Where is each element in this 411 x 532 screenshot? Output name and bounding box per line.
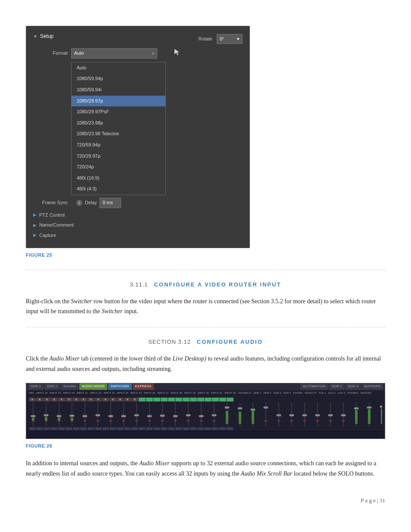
mute-btn-11[interactable]: 🔇 (102, 398, 109, 401)
rotate-select[interactable]: 0° ▾ (217, 34, 243, 44)
solo-btn-24[interactable]: SOLO (197, 427, 204, 430)
solo-btn-12[interactable]: SOLO (109, 427, 116, 430)
tab-switcher[interactable]: SWITCHER (108, 383, 132, 390)
solo-btn-4[interactable]: SOLO (51, 427, 58, 430)
ch-in28: INPUT 28 (170, 391, 183, 395)
solo-btn-23[interactable]: SOLO (190, 427, 197, 430)
dropdown-item-auto[interactable]: Auto (72, 62, 165, 74)
dropdown-item-1080-5994p[interactable]: 1080/59.94p (72, 73, 165, 84)
mute-btn-14[interactable]: 🔇 (124, 398, 131, 401)
mute-btn-1[interactable]: 🔇 (29, 398, 36, 401)
mute-btn-18[interactable]: 🔉 (153, 398, 160, 401)
tab-ddr2b[interactable]: DDR 2 (329, 383, 345, 390)
mute-btn-16[interactable]: 🔉 (139, 398, 146, 401)
mute-btn-19[interactable]: 🔉 (161, 398, 168, 401)
mute-btn-17[interactable]: 🔉 (146, 398, 153, 401)
format-select[interactable]: Auto ▾ (71, 48, 157, 59)
dropdown-item-1080-telecine[interactable]: 1080/23.98 Telecine (72, 128, 165, 140)
scroll-bar-row[interactable]: ▶ (28, 431, 383, 432)
mute-btn-21[interactable]: 🔉 (175, 398, 182, 401)
mute-btn-23[interactable]: 🔉 (190, 398, 197, 401)
format-label: Format (33, 50, 68, 57)
mute-btn-8[interactable]: 🔇 (80, 398, 87, 401)
dropdown-item-1080-2398p[interactable]: 1080/23.98p (72, 118, 165, 129)
mute-btn-7[interactable]: 🔇 (73, 398, 80, 401)
mute-btn-4[interactable]: 🔇 (51, 398, 58, 401)
ch-ddr2: DDR 2 (262, 391, 272, 395)
svg-rect-72 (97, 420, 99, 421)
mute-btn-20[interactable]: 🔉 (168, 398, 175, 401)
solo-btn-15[interactable]: SOLO (131, 427, 138, 430)
solo-btn-3[interactable]: SOLO (44, 427, 50, 430)
svg-rect-35 (109, 415, 113, 417)
tab-automation[interactable]: AUTOMATION (300, 383, 328, 390)
tab-ddr4[interactable]: DDR 4 (346, 383, 361, 390)
mute-btn-9[interactable]: 🔇 (87, 398, 94, 401)
solo-btn-19[interactable]: SOLO (161, 427, 168, 430)
solo-btn-2[interactable]: SOLO (36, 427, 43, 430)
ch-abs: ABS (28, 391, 35, 395)
mute-btn-3[interactable]: 🔇 (44, 398, 50, 401)
tab-ddr1[interactable]: DDR 1 (28, 383, 44, 390)
mute-btn-27[interactable]: 🔉 (219, 398, 226, 401)
tab-sound[interactable]: SOUND (61, 383, 78, 390)
mute-btn-6[interactable]: 🔇 (65, 398, 72, 401)
solo-btn-28[interactable]: SOLO (227, 427, 234, 430)
mute-btn-25[interactable]: 🔉 (205, 398, 212, 401)
mute-btn-26[interactable]: 🔉 (212, 398, 219, 401)
solo-btn-21[interactable]: SOLO (175, 427, 182, 430)
solo-btn-22[interactable]: SOLO (183, 427, 190, 430)
solo-btn-26[interactable]: SOLO (212, 427, 219, 430)
solo-btn-9[interactable]: SOLO (87, 427, 94, 430)
ch-ddr3: DDR 3 (272, 391, 282, 395)
tab-buffers[interactable]: BUFFERS (362, 383, 383, 390)
svg-rect-50 (302, 414, 307, 416)
figure-25-container: ▼ Setup Rotate 0° ▾ Format Auto ▾ (26, 26, 385, 248)
mute-btn-13[interactable]: 🔇 (117, 398, 124, 401)
svg-rect-40 (173, 415, 177, 417)
tab-ddr2[interactable]: DDR 2 (44, 383, 60, 390)
dropdown-item-480i-169[interactable]: 480i (16:9) (72, 173, 165, 184)
solo-btn-7[interactable]: SOLO (73, 427, 80, 430)
dropdown-item-480i-43[interactable]: 480i (4:3) (72, 184, 165, 195)
solo-btn-17[interactable]: SOLO (146, 427, 153, 430)
solo-btn-1[interactable]: SOLO (29, 427, 36, 430)
tab-audio-mixer[interactable]: AUDIO MIXER (79, 383, 107, 390)
dropdown-item-1080-2997psf[interactable]: 1080/29.97PsF (72, 106, 165, 118)
dropdown-item-1080-2997p[interactable]: 1080/29.97p (72, 96, 165, 107)
format-dropdown[interactable]: Auto 1080/59.94p 1080/59.94i 1080/29.97p… (71, 62, 166, 195)
mute-btn-15[interactable]: 🔇 (131, 398, 138, 401)
solo-btn-10[interactable]: SOLO (95, 427, 102, 430)
rotate-label: Rotate (199, 35, 212, 43)
tab-express[interactable]: EXPRESS (133, 383, 154, 390)
mute-btn-24[interactable]: 🔉 (197, 398, 204, 401)
solo-btn-14[interactable]: SOLO (124, 427, 131, 430)
mute-btn-2[interactable]: 🔇 (36, 398, 43, 401)
section-311-heading: 3.11.1 CONFIGURE A VIDEO ROUTER INPUT (26, 280, 385, 289)
solo-btn-8[interactable]: SOLO (80, 427, 87, 430)
solo-btn-18[interactable]: SOLO (153, 427, 160, 430)
dropdown-item-720-5994p[interactable]: 720/59.94p (72, 140, 165, 151)
dropdown-item-720-24p[interactable]: 720/24p (72, 162, 165, 173)
delay-value: 0 ms (100, 198, 121, 208)
solo-btn-27[interactable]: SOLO (219, 427, 226, 430)
ch-in29: INPUT 29 (184, 391, 196, 395)
dropdown-item-1080-5994i[interactable]: 1080/59.94i (72, 84, 165, 96)
solo-btn-13[interactable]: SOLO (117, 427, 124, 430)
solo-btn-20[interactable]: SOLO (168, 427, 175, 430)
solo-btn-25[interactable]: SOLO (205, 427, 212, 430)
rotate-value: 0° (220, 35, 224, 43)
mute-btn-28[interactable]: 🔉 (227, 398, 234, 401)
dropdown-item-720-2997p[interactable]: 720/29.97p (72, 151, 165, 162)
mute-btn-12[interactable]: 🔇 (109, 398, 116, 401)
mute-btn-5[interactable]: 🔇 (58, 398, 65, 401)
solo-btn-6[interactable]: SOLO (65, 427, 72, 430)
svg-rect-65 (368, 409, 371, 424)
mixer-tabs-row: DDR 1 DDR 2 SOUND AUDIO MIXER SWITCHER E… (26, 383, 385, 390)
svg-rect-29 (31, 415, 35, 417)
solo-btn-11[interactable]: SOLO (102, 427, 109, 430)
mute-btn-22[interactable]: 🔉 (183, 398, 190, 401)
solo-btn-5[interactable]: SOLO (58, 427, 65, 430)
solo-btn-16[interactable]: SOLO (139, 427, 146, 430)
mute-btn-10[interactable]: 🔇 (95, 398, 102, 401)
